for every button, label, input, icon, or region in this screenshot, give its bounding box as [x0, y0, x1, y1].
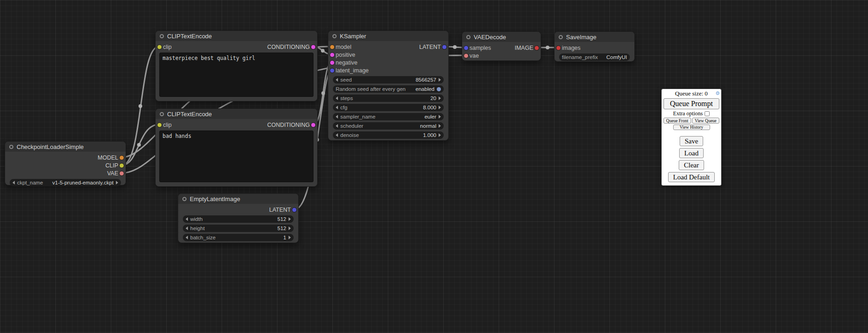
node-vae-decode[interactable]: VAEDecode samples IMAGE vae [462, 31, 541, 61]
widget-sampler-name[interactable]: sampler_name euler [333, 113, 444, 120]
input-dot-images[interactable] [556, 45, 561, 50]
node-save-image[interactable]: SaveImage images filename_prefix ComfyUI [554, 31, 635, 62]
widget-steps[interactable]: steps 20 [333, 95, 444, 102]
widget-random-seed-toggle[interactable]: Random seed after every gen enabled [333, 85, 444, 93]
view-queue-button[interactable]: View Queue [692, 118, 720, 124]
increment-arrow-icon[interactable] [289, 236, 291, 239]
increment-arrow-icon[interactable] [439, 124, 441, 128]
queue-prompt-button[interactable]: Queue Prompt [663, 98, 719, 109]
widget-value: 8566257 [416, 77, 436, 83]
input-dot-negative[interactable] [330, 60, 335, 65]
collapse-toggle-icon[interactable] [559, 35, 563, 39]
node-titlebar[interactable]: SaveImage [555, 32, 634, 42]
collapse-toggle-icon[interactable] [160, 112, 164, 116]
decrement-arrow-icon[interactable] [186, 236, 188, 239]
input-dot-clip[interactable] [157, 44, 162, 49]
decrement-arrow-icon[interactable] [336, 133, 338, 137]
node-title: VAEDecode [474, 34, 506, 41]
increment-arrow-icon[interactable] [439, 78, 441, 82]
view-history-button[interactable]: View History [673, 125, 710, 130]
node-title: EmptyLatentImage [190, 196, 240, 202]
input-dot-vae[interactable] [464, 53, 469, 58]
collapse-toggle-icon[interactable] [160, 34, 164, 38]
output-dot-clip[interactable] [119, 163, 124, 168]
widget-label: seed [340, 77, 352, 83]
increment-arrow-icon[interactable] [289, 217, 291, 221]
toggle-on-indicator[interactable] [437, 87, 441, 91]
slot-row: latent_image [328, 66, 448, 74]
node-empty-latent-image[interactable]: EmptyLatentImage LATENT width 512 height… [178, 193, 299, 243]
increment-arrow-icon[interactable] [439, 133, 441, 137]
node-titlebar[interactable]: CLIPTextEncode [156, 109, 317, 119]
node-canvas[interactable]: CheckpointLoaderSimple MODEL CLIP VAE ck… [0, 0, 868, 333]
collapse-toggle-icon[interactable] [182, 197, 187, 201]
increment-arrow-icon[interactable] [439, 106, 441, 109]
prompt-textarea[interactable]: masterpiece best quality girl [159, 53, 313, 97]
decrement-arrow-icon[interactable] [336, 124, 338, 128]
input-label-model: model [336, 44, 351, 50]
comfy-menu-panel[interactable]: Queue size: 0 ⚙ Queue Prompt Extra optio… [661, 89, 722, 186]
slot-row: negative [328, 59, 448, 66]
widget-label: Random seed after every gen [336, 86, 406, 92]
clear-button[interactable]: Clear [679, 160, 704, 170]
node-checkpoint-loader[interactable]: CheckpointLoaderSimple MODEL CLIP VAE ck… [5, 141, 126, 185]
decrement-arrow-icon[interactable] [336, 96, 338, 100]
output-dot-conditioning[interactable] [311, 44, 316, 49]
widget-scheduler[interactable]: scheduler normal [333, 122, 444, 130]
input-dot-clip[interactable] [157, 122, 162, 127]
slot-row: images [555, 44, 634, 52]
save-button[interactable]: Save [680, 136, 703, 146]
widget-filename-prefix[interactable]: filename_prefix ComfyUI [559, 54, 630, 61]
node-titlebar[interactable]: VAEDecode [462, 32, 541, 42]
node-title: KSampler [340, 33, 366, 40]
menu-spacer [663, 131, 719, 135]
input-dot-positive[interactable] [330, 52, 335, 57]
decrement-arrow-icon[interactable] [336, 106, 338, 109]
node-titlebar[interactable]: CheckpointLoaderSimple [5, 142, 126, 152]
widget-label: scheduler [340, 123, 363, 129]
node-titlebar[interactable]: KSampler [328, 31, 448, 41]
widget-height[interactable]: height 512 [183, 225, 294, 232]
increment-arrow-icon[interactable] [439, 115, 441, 119]
settings-gear-icon[interactable]: ⚙ [715, 90, 720, 96]
output-dot-image[interactable] [534, 45, 539, 50]
input-dot-latent-image[interactable] [330, 68, 335, 73]
collapse-toggle-icon[interactable] [9, 145, 13, 149]
increment-arrow-icon[interactable] [289, 226, 291, 230]
output-dot-conditioning[interactable] [311, 122, 316, 127]
output-dot-vae[interactable] [119, 171, 124, 176]
slot-row: samples IMAGE [462, 44, 541, 52]
widget-label: cfg [340, 105, 347, 110]
node-clip-text-encode-negative[interactable]: CLIPTextEncode clip CONDITIONING bad han… [155, 108, 318, 187]
widget-batch-size[interactable]: batch_size 1 [183, 234, 294, 241]
output-dot-latent[interactable] [292, 207, 297, 212]
widget-width[interactable]: width 512 [183, 215, 294, 223]
load-default-button[interactable]: Load Default [668, 172, 715, 182]
node-ksampler[interactable]: KSampler model LATENT positive negative … [328, 30, 449, 141]
input-dot-samples[interactable] [464, 45, 469, 50]
output-dot-model[interactable] [119, 155, 124, 160]
collapse-toggle-icon[interactable] [332, 34, 337, 38]
node-titlebar[interactable]: EmptyLatentImage [178, 194, 298, 204]
increment-arrow-icon[interactable] [116, 181, 118, 184]
decrement-arrow-icon[interactable] [336, 115, 338, 119]
decrement-arrow-icon[interactable] [12, 181, 15, 184]
link-midpoint-dot [453, 45, 457, 49]
widget-cfg[interactable]: cfg 8.000 [333, 104, 444, 111]
output-dot-latent[interactable] [442, 44, 447, 49]
node-titlebar[interactable]: CLIPTextEncode [156, 31, 317, 41]
input-dot-model[interactable] [330, 44, 335, 49]
increment-arrow-icon[interactable] [439, 96, 441, 100]
decrement-arrow-icon[interactable] [186, 217, 188, 221]
load-button[interactable]: Load [679, 148, 704, 158]
queue-front-button[interactable]: Queue Front [663, 118, 691, 124]
extra-options-checkbox[interactable] [705, 111, 710, 116]
widget-denoise[interactable]: denoise 1.000 [333, 131, 444, 139]
prompt-textarea[interactable]: bad hands [159, 131, 313, 182]
collapse-toggle-icon[interactable] [466, 35, 470, 39]
decrement-arrow-icon[interactable] [336, 78, 338, 82]
decrement-arrow-icon[interactable] [186, 226, 188, 230]
node-clip-text-encode-positive[interactable]: CLIPTextEncode clip CONDITIONING masterp… [155, 30, 318, 101]
widget-ckpt-name[interactable]: ckpt_name v1-5-pruned-emaonly.ckpt [10, 179, 121, 186]
widget-seed[interactable]: seed 8566257 [333, 76, 444, 83]
